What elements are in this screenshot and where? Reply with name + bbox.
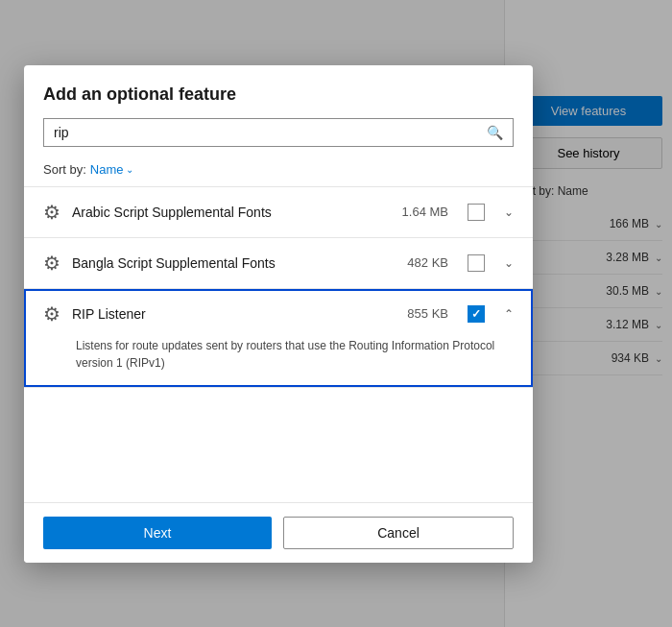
feature-checkbox-bangla[interactable] — [468, 254, 485, 272]
feature-list: Arabic Script Supplemental Fonts 1.64 MB… — [24, 186, 533, 387]
feature-description-rip: Listens for route updates sent by router… — [26, 337, 531, 385]
cancel-button[interactable]: Cancel — [283, 517, 514, 549]
sort-label: Sort by: — [43, 162, 86, 177]
feature-item-rip: RIP Listener 855 KB ⌃ Listens for route … — [24, 289, 533, 387]
sort-dropdown[interactable]: Name ⌄ — [90, 162, 134, 177]
feature-item-arabic: Arabic Script Supplemental Fonts 1.64 MB… — [24, 187, 533, 238]
feature-item-bangla: Bangla Script Supplemental Fonts 482 KB … — [24, 238, 533, 289]
search-input[interactable] — [54, 125, 487, 140]
gear-icon-rip — [43, 302, 60, 326]
feature-name-rip: RIP Listener — [72, 306, 396, 322]
search-icon: 🔍 — [487, 125, 503, 140]
sort-chevron-icon: ⌄ — [126, 164, 133, 175]
gear-icon-bangla — [43, 252, 60, 275]
feature-row-rip: RIP Listener 855 KB ⌃ — [26, 291, 531, 337]
feature-checkbox-rip[interactable] — [468, 305, 485, 323]
dialog-overlay: Add an optional feature 🔍 Sort by: Name … — [0, 0, 672, 627]
feature-expand-rip[interactable]: ⌃ — [504, 307, 514, 321]
feature-expand-bangla[interactable]: ⌄ — [504, 256, 514, 270]
dialog-footer: Next Cancel — [24, 502, 533, 563]
feature-size-rip: 855 KB — [407, 306, 448, 321]
next-button[interactable]: Next — [43, 517, 272, 549]
feature-row-bangla: Bangla Script Supplemental Fonts 482 KB … — [24, 238, 533, 288]
feature-size-arabic: 1.64 MB — [402, 205, 448, 219]
gear-icon-arabic — [43, 201, 60, 224]
feature-expand-arabic[interactable]: ⌄ — [504, 205, 514, 219]
dialog-title: Add an optional feature — [24, 65, 533, 118]
add-feature-dialog: Add an optional feature 🔍 Sort by: Name … — [24, 65, 533, 563]
feature-row-arabic: Arabic Script Supplemental Fonts 1.64 MB… — [24, 187, 533, 237]
feature-checkbox-arabic[interactable] — [468, 204, 485, 221]
search-bar: 🔍 — [43, 118, 514, 147]
dialog-empty-space — [24, 387, 533, 502]
feature-name-bangla: Bangla Script Supplemental Fonts — [72, 255, 396, 271]
feature-size-bangla: 482 KB — [407, 255, 448, 270]
sort-row: Sort by: Name ⌄ — [24, 158, 533, 186]
feature-name-arabic: Arabic Script Supplemental Fonts — [72, 205, 391, 220]
sort-value-text: Name — [90, 162, 124, 177]
